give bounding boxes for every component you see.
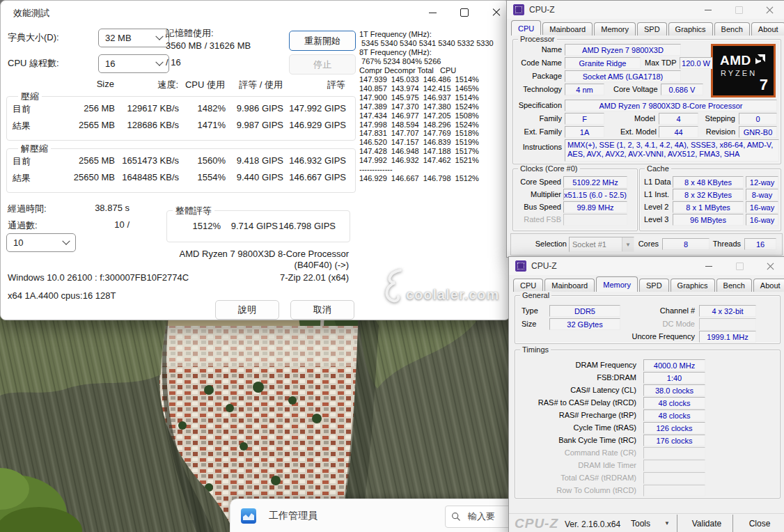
minimize-icon bbox=[429, 13, 437, 13]
task-manager-title: 工作管理員 bbox=[269, 510, 317, 522]
multiplier-label: Multiplier bbox=[512, 190, 561, 198]
tools-button[interactable]: Tools bbox=[622, 515, 659, 531]
close-button[interactable] bbox=[758, 259, 782, 273]
tab-cpu[interactable]: CPU bbox=[511, 20, 541, 36]
task-manager-icon bbox=[241, 508, 256, 524]
overall-rating-usage: 9.714 GIPS bbox=[221, 221, 278, 231]
l1inst-ways-field: 8-way bbox=[746, 189, 778, 201]
dictionary-size-label: 字典大小(D): bbox=[8, 31, 59, 44]
cpuz-tabs: CPU Mainboard Memory SPD Graphics Bench … bbox=[511, 20, 784, 36]
task-manager-window[interactable]: 工作管理員 輸入要 bbox=[230, 499, 510, 532]
minimize-icon bbox=[705, 10, 712, 10]
memory-usage-value: 3560 MB / 31626 MB bbox=[166, 40, 251, 51]
channel-label: Channel # bbox=[634, 306, 695, 315]
maximize-button[interactable] bbox=[448, 1, 480, 24]
timing-field: 38.0 clocks bbox=[643, 384, 705, 396]
instructions-label: Instructions bbox=[512, 143, 562, 151]
restart-button[interactable]: 重新開始 bbox=[289, 31, 356, 51]
codename-label: Code Name bbox=[512, 58, 562, 67]
spec-field: AMD Ryzen 7 9800X3D 8-Core Processor bbox=[565, 100, 777, 111]
tab-spd[interactable]: SPD bbox=[639, 279, 669, 292]
l1inst-field: 8 x 32 KBytes bbox=[673, 189, 744, 201]
voltage-label: Core Voltage bbox=[613, 85, 657, 93]
busspeed-label: Bus Speed bbox=[512, 203, 561, 211]
level3-field: 96 MBytes bbox=[673, 214, 744, 226]
cancel-button[interactable]: 取消 bbox=[290, 300, 354, 320]
tab-memory[interactable]: Memory bbox=[596, 276, 638, 292]
timing-field bbox=[643, 447, 705, 459]
minimize-icon bbox=[705, 266, 712, 267]
timing-field bbox=[643, 460, 705, 471]
minimize-button[interactable] bbox=[697, 259, 721, 273]
tab-mainboard[interactable]: Mainboard bbox=[544, 279, 595, 292]
tab-mainboard[interactable]: Mainboard bbox=[542, 22, 593, 36]
tab-memory[interactable]: Memory bbox=[594, 22, 636, 36]
cache-group-label: Cache bbox=[645, 164, 671, 173]
tab-bench[interactable]: Bench bbox=[716, 279, 752, 292]
spec-label: Specification bbox=[512, 101, 562, 109]
passes-select[interactable]: 10 bbox=[6, 233, 76, 252]
minimize-button[interactable] bbox=[696, 3, 720, 17]
header-size: Size bbox=[49, 79, 114, 91]
overall-rating-values: 1512% 9.714 GIPS 146.798 GIPS bbox=[167, 221, 336, 231]
stop-button[interactable]: 停止 bbox=[289, 54, 356, 75]
validate-button[interactable]: Validate bbox=[683, 515, 730, 531]
tab-bench[interactable]: Bench bbox=[714, 22, 750, 36]
name-label: Name bbox=[512, 45, 562, 54]
tab-about[interactable]: About bbox=[753, 279, 784, 292]
tab-cpu[interactable]: CPU bbox=[513, 279, 543, 292]
table-row: 目前2565 MB1651473 KB/s1560%9.418 GIPS146.… bbox=[7, 155, 346, 168]
tools-dropdown-button[interactable]: ▼ bbox=[661, 515, 673, 531]
timing-label: Command Rate (CR) bbox=[515, 448, 636, 457]
timing-label: Bank Cycle Time (tRC) bbox=[515, 436, 636, 444]
dcmode-field bbox=[699, 318, 756, 330]
maximize-button bbox=[727, 3, 751, 17]
cores-field: 8 bbox=[662, 238, 709, 250]
triangle-down-icon: ▼ bbox=[622, 237, 634, 251]
chevron-down-icon bbox=[155, 58, 163, 65]
os-info-text: Windows 10.0 26100 : f:300007FB10F2774C bbox=[8, 272, 189, 283]
tab-graphics[interactable]: Graphics bbox=[668, 22, 713, 36]
cpu-threads-select[interactable]: 16 bbox=[98, 54, 169, 73]
extmodel-field: 44 bbox=[659, 126, 698, 138]
cpuz-app-icon bbox=[515, 260, 526, 272]
uncore-label: Uncore Frequency bbox=[613, 332, 695, 341]
timing-label: Total CAS# (tRDRAM) bbox=[515, 474, 636, 482]
tab-graphics[interactable]: Graphics bbox=[671, 279, 715, 292]
app-version-text: 7-Zip 22.01 (x64) bbox=[210, 272, 349, 283]
timing-label: Row To Column (tRCD) bbox=[515, 486, 636, 494]
compression-group: 壓縮 目前256 MB129617 KB/s1482%9.986 GIPS147… bbox=[6, 96, 356, 141]
benchmark-window: 效能測試 字典大小(D): 32 MB 記憶體使用: 3560 MB / 316… bbox=[0, 0, 510, 320]
close-window-button[interactable]: Close bbox=[739, 515, 781, 531]
technology-field: 4 nm bbox=[565, 84, 604, 95]
cores-label: Cores bbox=[636, 240, 659, 248]
window-title: 效能測試 bbox=[13, 7, 49, 19]
extfamily-label: Ext. Family bbox=[512, 127, 562, 136]
timing-label: CAS# Latency (CL) bbox=[515, 386, 636, 394]
socket-select[interactable]: Socket #1 ▼ bbox=[569, 237, 634, 252]
dictionary-size-select[interactable]: 32 MB bbox=[98, 29, 169, 47]
family-field: F bbox=[565, 113, 604, 125]
maxtdp-field: 120.0 W bbox=[680, 57, 712, 69]
help-button[interactable]: 說明 bbox=[215, 300, 279, 320]
dictionary-size-value: 32 MB bbox=[105, 33, 132, 43]
cpu-threads-value: 16 bbox=[105, 58, 115, 69]
header-speed: 速度: bbox=[114, 79, 178, 91]
maximize-icon bbox=[735, 6, 743, 14]
close-button[interactable] bbox=[758, 3, 781, 17]
timing-field bbox=[643, 472, 705, 484]
cpu-threads-total: / 16 bbox=[166, 57, 181, 68]
voltage-field: 0.686 V bbox=[661, 84, 703, 95]
minimize-button[interactable] bbox=[416, 1, 448, 24]
channel-field: 4 x 32-bit bbox=[699, 305, 756, 317]
passes-value: 10 / bbox=[63, 219, 130, 230]
passes-label: 通過數: bbox=[8, 219, 38, 232]
extmodel-label: Ext. Model bbox=[620, 127, 655, 136]
overall-rating: 146.798 GIPS bbox=[278, 221, 336, 231]
level2-label: Level 2 bbox=[644, 203, 668, 211]
ratedfsb-field bbox=[563, 214, 627, 226]
timing-field: 126 clocks bbox=[643, 422, 705, 434]
tab-about[interactable]: About bbox=[751, 22, 784, 36]
elapsed-time-value: 38.875 s bbox=[63, 203, 130, 213]
tab-spd[interactable]: SPD bbox=[637, 22, 667, 36]
